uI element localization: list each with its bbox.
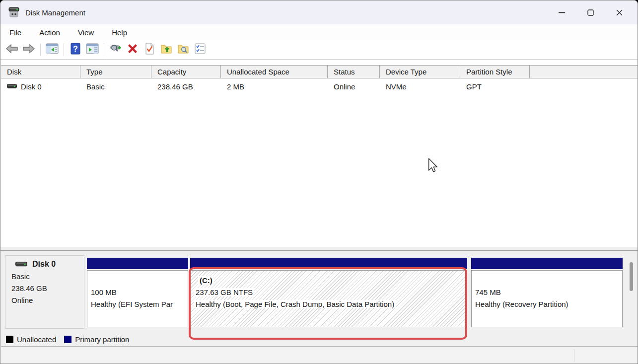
svg-text:?: ? [73,45,78,53]
partition-header-bar [87,258,188,269]
maximize-button[interactable] [576,0,605,24]
list-header: Disk Type Capacity Unallocated Space Sta… [1,65,638,78]
delete-volume-button[interactable] [125,43,140,57]
show-console-tree-button[interactable] [45,43,60,57]
cell-type: Basic [80,79,151,93]
cell-disk-name: Disk 0 [21,82,42,91]
column-header-device-type[interactable]: Device Type [380,66,460,78]
help-button[interactable]: ? [68,43,83,57]
menu-help[interactable]: Help [107,26,132,39]
forward-button[interactable] [21,43,36,57]
column-header-capacity[interactable]: Capacity [151,66,221,78]
disk-panel-capacity: 238.46 GB [11,283,84,294]
partition-recovery[interactable]: 745 MB Healthy (Recovery Partition) [471,258,623,330]
show-action-pane-button[interactable] [85,43,100,57]
folder-magnifier-icon [177,43,189,57]
toolbar-separator [64,43,64,56]
partition-label: (C:) [194,275,467,287]
partition-label [91,275,188,287]
cell-status: Online [328,79,380,93]
partition-header-bar [471,258,623,269]
rescan-disks-button[interactable] [108,43,123,57]
back-button[interactable] [4,43,19,57]
partition-efi-system[interactable]: 100 MB Healthy (EFI System Par [87,258,188,330]
red-x-icon [127,43,139,57]
disk-panel-type: Basic [11,271,84,283]
cell-device-type: NVMe [380,79,460,93]
column-header-partition-style[interactable]: Partition Style [460,66,530,78]
cell-capacity: 238.46 GB [151,79,221,93]
extend-volume-button[interactable] [159,43,174,57]
menu-bar: File Action View Help [0,24,638,40]
status-bar-divider [574,349,574,362]
window-controls [547,0,634,24]
properties-button[interactable] [193,43,208,57]
minimize-button[interactable] [547,0,576,24]
partition-status: Healthy (Recovery Partition) [475,298,622,310]
back-arrow-icon [5,44,18,56]
partition-size: 237.63 GB NTFS [194,287,467,298]
status-bar [1,347,638,364]
menu-view[interactable]: View [73,26,99,39]
volume-list: Disk Type Capacity Unallocated Space Sta… [1,60,638,247]
column-header-type[interactable]: Type [80,66,151,78]
help-question-icon: ? [71,43,80,57]
mark-partition-button[interactable] [142,43,157,57]
partition-size: 100 MB [91,287,188,298]
legend-bar: Unallocated Primary partition [1,332,638,347]
partition-label [475,275,622,287]
column-header-status[interactable]: Status [328,66,380,78]
folder-up-arrow-icon [160,43,172,57]
disk-drive-icon [7,84,17,89]
legend-unallocated-label: Unallocated [17,335,56,344]
unallocated-color-swatch [6,336,13,343]
console-tree-window-icon [46,43,59,56]
document-check-icon [144,43,155,57]
explore-button[interactable] [176,43,191,57]
cell-partition-style: GPT [460,79,530,93]
titlebar: Disk Management [0,0,638,24]
drive-magnifier-icon [109,43,122,56]
partition-status: Healthy (Boot, Page File, Crash Dump, Ba… [194,298,467,310]
legend-primary-partition-label: Primary partition [75,335,129,344]
vertical-scrollbar-thumb[interactable] [630,262,633,291]
toolbar-separator [104,43,104,56]
primary-partition-color-swatch [64,336,71,343]
partition-size: 745 MB [475,287,622,298]
partition-status: Healthy (EFI System Par [91,298,188,310]
toolbar-separator [40,43,41,56]
toolbar: ? [0,40,638,60]
disk0-descriptor-panel[interactable]: Disk 0 Basic 238.46 GB Online [5,255,84,329]
partition-header-bar [190,258,467,269]
column-header-filler [530,66,638,78]
column-header-unallocated-space[interactable]: Unallocated Space [221,66,328,78]
pane-splitter[interactable] [0,247,638,251]
graphical-view: Disk 0 Basic 238.46 GB Online 100 MB Hea… [1,251,638,332]
forward-arrow-icon [22,44,35,56]
window-title: Disk Management [25,8,85,17]
action-pane-window-icon [86,43,99,56]
disk-management-app-icon [7,6,20,18]
table-row-disk0[interactable]: Disk 0 Basic 238.46 GB 2 MB Online NVMe … [1,79,638,93]
column-header-disk[interactable]: Disk [1,66,80,78]
disk-drive-icon [15,262,27,267]
menu-action[interactable]: Action [34,26,65,39]
disk-management-window: Disk Management File Action View Help [0,0,638,364]
disk-panel-name: Disk 0 [32,260,56,269]
checklist-icon [194,43,206,57]
close-button[interactable] [605,0,634,24]
cell-unallocated-space: 2 MB [221,79,328,93]
partition-c-drive[interactable]: (C:) 237.63 GB NTFS Healthy (Boot, Page … [190,258,467,330]
menu-file[interactable]: File [4,26,26,39]
disk-panel-status: Online [11,294,84,306]
